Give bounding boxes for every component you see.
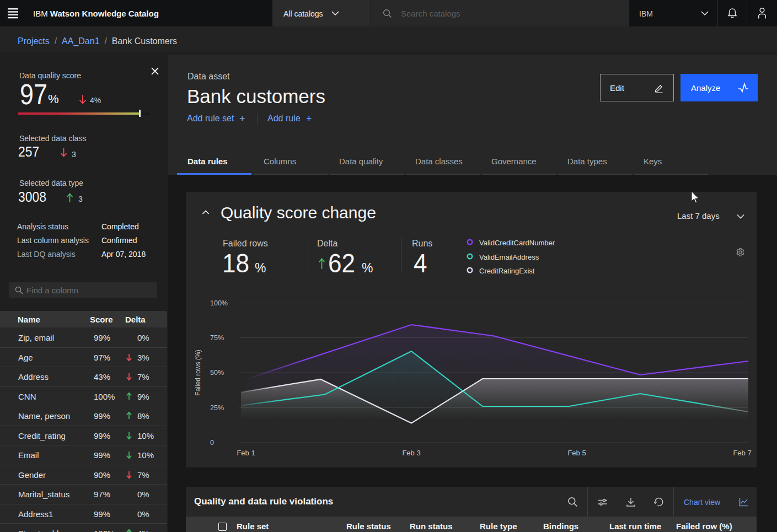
svg-text:0: 0 [210,439,214,447]
svg-text:50%: 50% [210,369,224,377]
svg-text:25%: 25% [210,404,224,412]
svg-text:Feb 1: Feb 1 [237,449,255,457]
svg-text:100%: 100% [210,299,228,307]
svg-text:Feb 3: Feb 3 [402,449,420,457]
svg-text:Failed rows (%): Failed rows (%) [194,350,202,395]
svg-text:75%: 75% [210,334,224,342]
svg-text:Feb 5: Feb 5 [567,449,586,457]
svg-text:Feb 7: Feb 7 [733,449,751,457]
